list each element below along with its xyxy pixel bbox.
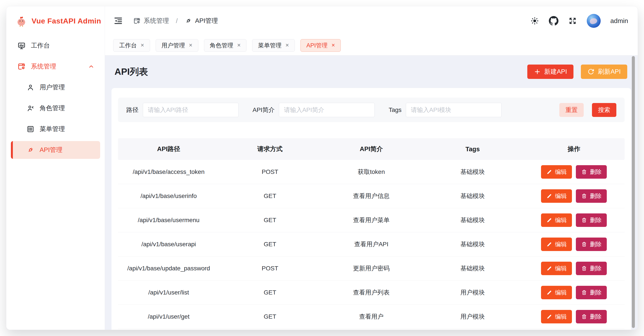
plug-icon [26, 146, 34, 154]
breadcrumb-separator: / [176, 17, 178, 24]
tags-filter-input[interactable] [406, 103, 502, 117]
reset-button[interactable]: 重置 [559, 103, 584, 117]
edit-button[interactable]: 编辑 [541, 165, 572, 179]
content-area: API列表 新建API [105, 55, 638, 330]
close-icon[interactable]: × [286, 42, 289, 48]
page-actions: 新建API 刷新API [527, 65, 628, 79]
sidebar-collapse-icon[interactable] [113, 16, 123, 26]
table-row: /api/v1/base/userapi GET 查看用户API 基础模块 编辑 [118, 232, 624, 256]
trash-icon [581, 169, 587, 175]
edit-button[interactable]: 编辑 [541, 286, 572, 299]
tab-menus[interactable]: 菜单管理 × [252, 39, 295, 52]
plus-icon [534, 68, 541, 75]
path-filter-input[interactable] [143, 103, 238, 117]
tags-cell: 基础模块 [422, 160, 523, 184]
theme-toggle-sun-icon[interactable] [530, 16, 539, 25]
refresh-api-button[interactable]: 刷新API [581, 65, 627, 79]
tab-label: 用户管理 [162, 41, 185, 49]
page-title: API列表 [114, 66, 148, 78]
sidebar-item-label: API管理 [40, 146, 62, 154]
main-area: 系统管理 / API管理 [105, 6, 638, 330]
method-cell: GET [219, 232, 320, 256]
close-icon[interactable]: × [141, 42, 144, 48]
tab-roles[interactable]: 角色管理 × [204, 39, 247, 52]
actions-cell: 编辑 删除 [524, 160, 624, 184]
sidebar-item-users[interactable]: 用户管理 [11, 78, 100, 96]
app-logo[interactable]: Vue FastAPI Admin [6, 6, 105, 35]
tags-cell: 基础模块 [422, 256, 523, 281]
close-icon[interactable]: × [332, 42, 335, 48]
button-label: 编辑 [555, 216, 567, 224]
edit-button[interactable]: 编辑 [541, 310, 572, 324]
api-path-cell: /api/v1/base/access_token [118, 160, 219, 184]
delete-button[interactable]: 删除 [576, 238, 607, 251]
edit-button[interactable]: 编辑 [541, 189, 572, 203]
sidebar: Vue FastAPI Admin 工作台 [6, 6, 105, 330]
new-api-button[interactable]: 新建API [527, 65, 574, 79]
api-path-cell: /api/v1/base/userinfo [118, 184, 219, 208]
delete-button[interactable]: 删除 [576, 262, 607, 275]
path-filter-label: 路径 [126, 106, 138, 114]
button-label: 删除 [590, 216, 602, 224]
method-cell: GET [219, 305, 320, 329]
delete-button[interactable]: 删除 [576, 213, 607, 227]
tab-users[interactable]: 用户管理 × [156, 39, 198, 52]
sidebar-item-system[interactable]: 系统管理 [11, 58, 100, 75]
column-header-actions: 操作 [524, 138, 624, 160]
button-label: 删除 [590, 265, 602, 272]
breadcrumb-label: API管理 [195, 16, 218, 25]
summary-filter-input[interactable] [279, 103, 375, 117]
filter-bar: 路径 API简介 Tags 重置 搜索 [118, 98, 624, 122]
sidebar-item-roles[interactable]: 角色管理 [11, 99, 100, 117]
close-icon[interactable]: × [237, 42, 241, 48]
pencil-icon [546, 265, 552, 271]
button-label: 删除 [590, 289, 602, 297]
column-header-summary: API简介 [321, 138, 422, 160]
button-label: 编辑 [555, 192, 567, 200]
delete-button[interactable]: 删除 [576, 286, 607, 299]
tab-label: API管理 [306, 41, 328, 49]
chevron-up-icon [88, 63, 94, 70]
mascot-chicken-icon [15, 14, 28, 27]
tab-apis[interactable]: API管理 × [300, 39, 341, 52]
close-icon[interactable]: × [189, 42, 192, 48]
summary-cell: 查看用户信息 [321, 184, 422, 208]
edit-button[interactable]: 编辑 [541, 213, 572, 227]
table-row: /api/v1/base/userinfo GET 查看用户信息 基础模块 编辑 [118, 184, 624, 208]
pencil-icon [546, 314, 552, 320]
system-settings-icon [133, 17, 141, 24]
sidebar-item-label: 用户管理 [40, 83, 65, 92]
sidebar-item-workbench[interactable]: 工作台 [11, 37, 100, 55]
method-cell: GET [219, 208, 320, 232]
delete-button[interactable]: 删除 [576, 189, 607, 203]
summary-filter-label: API简介 [252, 106, 274, 114]
search-button[interactable]: 搜索 [592, 103, 616, 117]
github-icon[interactable] [549, 16, 558, 26]
header-actions: admin [530, 14, 628, 28]
button-label: 编辑 [555, 313, 567, 321]
scrollbar[interactable] [632, 56, 635, 328]
actions-cell: 编辑 删除 [524, 305, 624, 329]
sidebar-item-menus[interactable]: 菜单管理 [11, 120, 100, 138]
user-avatar[interactable] [587, 14, 601, 28]
monitor-icon [18, 41, 26, 50]
breadcrumb-item-system[interactable]: 系统管理 [133, 16, 169, 25]
sidebar-item-apis[interactable]: API管理 [11, 141, 100, 159]
delete-button[interactable]: 删除 [576, 310, 607, 324]
summary-cell: 查看用户API [321, 232, 422, 256]
api-path-cell: /api/v1/base/userapi [118, 232, 219, 256]
app-title: Vue FastAPI Admin [32, 17, 101, 25]
edit-button[interactable]: 编辑 [541, 238, 572, 251]
tags-cell: 用户模块 [422, 305, 523, 329]
edit-button[interactable]: 编辑 [541, 262, 572, 275]
api-list-card: 路径 API简介 Tags 重置 搜索 [112, 88, 631, 330]
api-path-cell: /api/v1/user/get [118, 305, 219, 329]
sidebar-item-label: 菜单管理 [40, 125, 65, 134]
fullscreen-icon[interactable] [568, 16, 577, 25]
tab-workbench[interactable]: 工作台 × [113, 39, 150, 52]
delete-button[interactable]: 删除 [576, 165, 607, 179]
sidebar-item-label: 工作台 [31, 41, 50, 50]
trash-icon [581, 290, 587, 296]
username[interactable]: admin [610, 17, 628, 24]
breadcrumb-item-api[interactable]: API管理 [184, 16, 218, 25]
